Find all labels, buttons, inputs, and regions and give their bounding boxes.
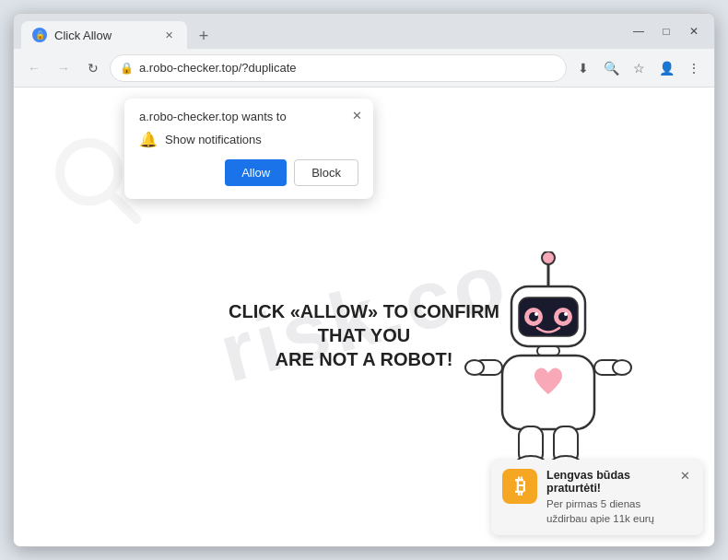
tab-area: 🔒 Click Allow ✕ + (21, 14, 615, 49)
page-content: risk.co CLICK «ALLOW» TO CONFIRM THAT YO… (14, 88, 714, 546)
address-text: a.robo-checker.top/?duplicate (139, 61, 297, 75)
block-button[interactable]: Block (294, 159, 358, 186)
menu-icon[interactable]: ⋮ (681, 55, 707, 81)
popup-title: a.robo-checker.top wants to (139, 110, 358, 123)
minimize-button[interactable]: — (626, 18, 652, 44)
maximize-button[interactable]: □ (653, 18, 679, 44)
svg-point-11 (564, 312, 568, 316)
account-icon[interactable]: 👤 (653, 55, 679, 81)
notification-popup: ✕ a.robo-checker.top wants to 🔔 Show not… (124, 99, 373, 199)
back-button[interactable]: ← (21, 55, 47, 81)
address-bar[interactable]: 🔒 a.robo-checker.top/?duplicate (110, 54, 567, 82)
lock-icon: 🔒 (120, 62, 134, 75)
toast-title: Lengvas būdas praturtėti! (546, 469, 669, 495)
close-button[interactable]: ✕ (681, 18, 707, 44)
bookmark-icon[interactable]: ☆ (626, 55, 652, 81)
forward-button[interactable]: → (51, 55, 76, 81)
svg-point-17 (613, 360, 631, 375)
toast-content: Lengvas būdas praturtėti! Per pirmas 5 d… (546, 469, 669, 526)
tab-close-button[interactable]: ✕ (161, 28, 176, 42)
popup-buttons: Allow Block (139, 159, 358, 186)
svg-point-10 (534, 312, 538, 316)
allow-button[interactable]: Allow (225, 159, 287, 186)
title-bar: 🔒 Click Allow ✕ + — □ ✕ (14, 14, 714, 49)
popup-notification-row: 🔔 Show notifications (139, 131, 358, 148)
toast-body: Per pirmas 5 dienas uždirbau apie 11k eu… (546, 496, 669, 526)
browser-tab[interactable]: 🔒 Click Allow ✕ (21, 21, 187, 49)
svg-point-15 (465, 360, 484, 375)
tab-favicon: 🔒 (32, 28, 47, 42)
reload-button[interactable]: ↻ (80, 55, 106, 81)
svg-point-3 (542, 251, 555, 264)
toolbar-right: ⬇ 🔍 ☆ 👤 ⋮ (570, 55, 707, 81)
tab-title: Click Allow (54, 29, 154, 42)
svg-rect-12 (537, 346, 559, 356)
robot-illustration (456, 251, 640, 491)
download-icon[interactable]: ⬇ (570, 55, 596, 81)
new-tab-button[interactable]: + (191, 23, 217, 49)
toast-close-button[interactable]: ✕ (678, 469, 692, 483)
window-controls: — □ ✕ (626, 18, 707, 44)
browser-window: 🔒 Click Allow ✕ + — □ ✕ ← → ↻ 🔒 a.robo-c… (13, 13, 715, 547)
popup-close-button[interactable]: ✕ (347, 106, 366, 124)
toast-icon: ₿ (502, 469, 537, 504)
popup-notification-text: Show notifications (165, 133, 262, 146)
search-icon[interactable]: 🔍 (598, 55, 624, 81)
bell-icon: 🔔 (139, 131, 158, 148)
toast-notification: ₿ Lengvas būdas praturtėti! Per pirmas 5… (491, 460, 703, 535)
robot-svg (456, 251, 640, 491)
toolbar: ← → ↻ 🔒 a.robo-checker.top/?duplicate ⬇ … (14, 49, 714, 88)
